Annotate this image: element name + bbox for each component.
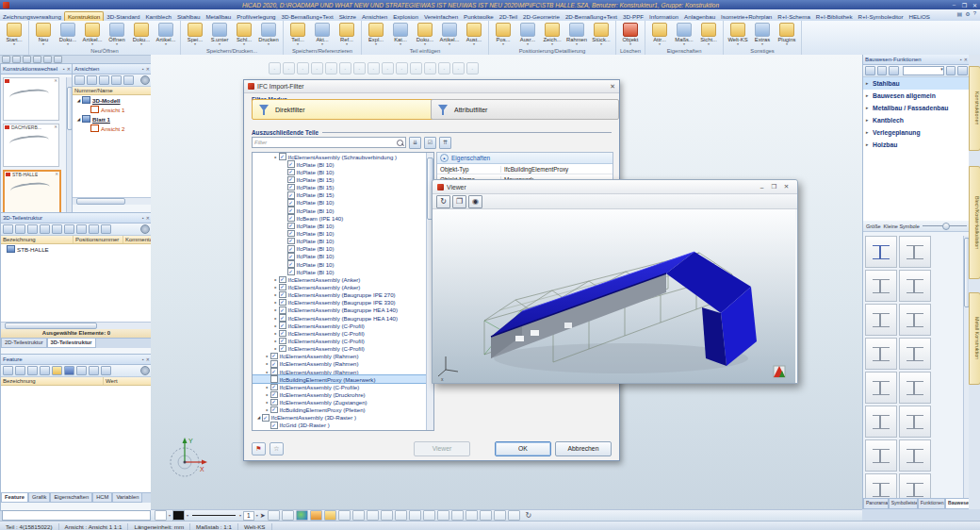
close-icon[interactable]: ✕ — [146, 356, 150, 362]
slider-knob[interactable] — [942, 223, 950, 230]
draw-tool-icon[interactable] — [409, 510, 421, 521]
ribbon-tab[interactable]: 3D-Standard — [104, 12, 142, 21]
gear-icon[interactable] — [140, 224, 150, 234]
ribbon-button[interactable]: Objekt▾ — [618, 22, 643, 47]
canvas-tool-icon[interactable]: ∙ — [466, 62, 479, 75]
ribbon-button[interactable]: Zeich...▾ — [540, 22, 564, 47]
ribbon-button[interactable]: Expl...▾ — [364, 22, 388, 47]
favorite-star-icon[interactable]: ☆ — [270, 442, 284, 455]
pin-icon[interactable]: ▪ — [142, 215, 144, 221]
ribbon-button[interactable]: Teil...▾ — [286, 22, 310, 47]
draw-tool-icon[interactable] — [423, 510, 435, 521]
canvas-tool-icon[interactable]: ∙ — [325, 62, 337, 75]
close-icon[interactable]: ✕ — [964, 57, 968, 62]
include-checkbox[interactable] — [279, 153, 286, 160]
symbol-thumbnail[interactable] — [865, 372, 897, 404]
canvas-tool-icon[interactable]: ∙ — [396, 62, 408, 75]
ifc-tree-item[interactable]: IfcPlate (Bl 15) — [253, 191, 427, 199]
filter-search-input[interactable]: Filter — [252, 137, 406, 148]
ifc-tree-item[interactable]: IfcElementAssembly (Baugruppe HEA 140) — [253, 314, 427, 322]
ifc-tree-item[interactable]: IfcElementAssembly (C-Profil) — [253, 322, 427, 329]
collapse-tree-icon[interactable]: ⇈ — [439, 137, 451, 149]
include-checkbox[interactable] — [270, 406, 278, 414]
new-view-icon[interactable] — [74, 75, 85, 85]
draw-tool-icon[interactable] — [480, 510, 492, 521]
ifc-tree-item[interactable]: IfcPlate (Bl 10) — [253, 207, 427, 214]
canvas-tool-icon[interactable]: ∙ — [353, 62, 366, 75]
ribbon-button[interactable]: Doku...▾ — [129, 22, 154, 47]
ribbon-tab[interactable]: R+I-Symboleditor — [856, 12, 906, 21]
refresh-icon[interactable] — [52, 224, 62, 234]
function-category[interactable]: Bauwesen allgemein — [863, 90, 970, 102]
expand-arrow-icon[interactable] — [264, 400, 270, 405]
scale-value[interactable]: 1 — [243, 511, 254, 521]
ifc-tree-item[interactable]: IfcElementAssembly (Baugruppe IPE 330) — [253, 299, 427, 306]
sidebar-tab[interactable]: Panoramas — [863, 499, 889, 509]
ifc-tree-item[interactable]: IfcPlate (Bl 10) — [253, 168, 427, 175]
symbol-thumbnail[interactable] — [899, 372, 931, 404]
edge-tab[interactable]: Konstruktionen — [969, 66, 980, 151]
ifc-tree-item[interactable]: IfcPlate (Bl 10) — [253, 238, 427, 245]
ribbon-button[interactable]: Artikel...▾ — [80, 22, 105, 47]
close-thumbnail-icon[interactable]: ✕ — [55, 172, 58, 176]
canvas-tool-icon[interactable]: ∙ — [410, 62, 422, 75]
ribbon-button[interactable]: Aust...▾ — [462, 22, 486, 47]
include-checkbox[interactable] — [287, 268, 295, 275]
expand-arrow-icon[interactable] — [272, 155, 279, 159]
ifc-tree-item[interactable]: IfcElementAssembly (Rahmen) — [253, 353, 427, 360]
list-refresh-icon[interactable] — [101, 366, 111, 375]
ribbon-button[interactable]: Rahmen▾ — [564, 22, 589, 47]
close-icon[interactable]: ✕ — [146, 66, 150, 72]
ifc-tree-item[interactable]: IfcPlate (Bl 10) — [253, 268, 427, 275]
ribbon-button[interactable]: Artikel...▾ — [437, 22, 462, 47]
eigenschaften-header[interactable]: ▴ Eigenschaften — [437, 153, 612, 164]
function-category[interactable]: Stahlbau — [863, 77, 970, 90]
symbol-thumbnail[interactable] — [899, 304, 931, 336]
ribbon-tab[interactable]: Kantblech — [142, 12, 174, 21]
pin-icon[interactable]: ▪ — [142, 66, 144, 72]
draw-tool-icon[interactable] — [494, 510, 506, 521]
tree-view-icon[interactable] — [865, 66, 875, 75]
column-header[interactable]: Nummer/Name — [73, 87, 152, 94]
ifc-tree-item[interactable]: IfcElementAssembly (Baugruppe HEA 140) — [253, 306, 427, 314]
copy-view-icon[interactable] — [123, 75, 134, 85]
draw-tool-icon[interactable] — [324, 510, 336, 521]
ifc-tree-item[interactable]: IfcElementAssembly (C-Profile) — [253, 383, 427, 390]
sort-asc-icon[interactable] — [946, 66, 956, 75]
dialog-title-bar[interactable]: IFC Import-Filter ✕ — [244, 80, 619, 93]
ifc-tree-item[interactable]: IfcElementAssembly (Anker) — [253, 275, 427, 283]
include-checkbox[interactable] — [287, 169, 295, 176]
feature-tab[interactable]: Feature — [1, 493, 28, 503]
close-button[interactable]: ✕ — [780, 183, 792, 190]
include-checkbox[interactable] — [279, 276, 286, 284]
expand-arrow-icon[interactable] — [866, 93, 873, 98]
include-checkbox[interactable] — [270, 391, 278, 399]
include-checkbox[interactable] — [279, 306, 286, 314]
view-tree-node[interactable]: Blatt 1 — [73, 114, 152, 124]
close-button[interactable]: ✕ — [970, 2, 980, 8]
refresh-circle-icon[interactable]: ↻ — [526, 511, 532, 520]
include-checkbox[interactable] — [270, 375, 278, 383]
symbol-thumbnail[interactable] — [865, 439, 897, 472]
expand-arrow-icon[interactable] — [272, 300, 279, 305]
draw-tool-icon[interactable] — [282, 510, 294, 521]
expand-arrow-icon[interactable] — [272, 346, 279, 351]
ifc-tree-item[interactable]: IfcElementAssembly (C-Profil) — [253, 337, 427, 344]
ribbon-button[interactable]: Extras▾ — [750, 22, 775, 47]
ifc-tree-item[interactable]: IfcPlate (Bl 15) — [253, 184, 427, 191]
expand-arrow-icon[interactable] — [75, 98, 82, 103]
column-header[interactable]: Wert — [104, 377, 152, 385]
drawing-thumbnail[interactable]: STB-HALLE ✕ — [3, 170, 61, 215]
redo-icon[interactable] — [54, 56, 62, 63]
ribbon-button[interactable]: Öffnen▾ — [105, 22, 129, 47]
view-tree-node[interactable]: 3D-Modell — [73, 95, 152, 105]
ribbon-button[interactable]: Pos...▾ — [491, 22, 515, 47]
step-last-icon[interactable] — [40, 366, 50, 375]
cancel-button[interactable]: Abbrechen — [555, 441, 612, 456]
ribbon-tab[interactable]: 3D-PPF — [620, 12, 646, 21]
ifc-tree-item[interactable]: IfcElementAssembly (Schraubverbindung ) — [253, 153, 427, 160]
column-header[interactable]: Bezeichnung — [1, 377, 104, 385]
feature-tab[interactable]: Variablen — [112, 493, 142, 503]
sidebar-tab[interactable]: Symbolleisten — [889, 499, 918, 509]
ribbon-tab[interactable]: Information — [646, 12, 681, 21]
